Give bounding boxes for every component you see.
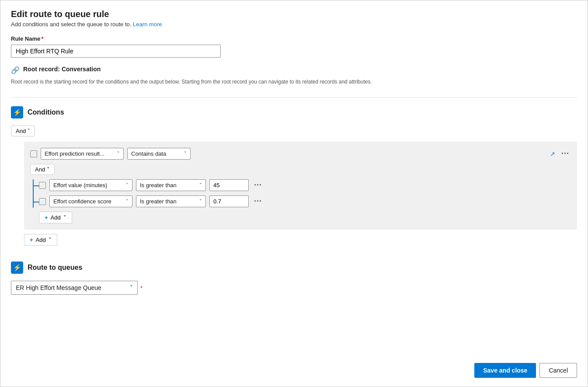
op-select-greater-than-1-chevron-icon: ˅ [199,182,202,188]
queue-select-label: ER High Effort Message Queue [16,284,101,291]
outer-add-chevron-icon: ˅ [49,237,52,243]
value-input-1[interactable] [209,179,249,191]
page-wrapper: Edit route to queue rule Add conditions … [0,0,588,387]
op-select-greater-than-1-label: Is greater than [140,182,177,188]
inner-and-chevron-icon: ˅ [47,166,50,173]
inner-add-chevron-icon: ˅ [63,214,66,221]
inner-conditions: Effort value (minutes) ˅ Is greater than… [39,179,571,223]
value-input-2[interactable] [209,195,249,207]
save-close-button[interactable]: Save and close [474,363,536,378]
field-select-effort-confidence-chevron-icon: ˅ [126,199,129,204]
outer-add-row: + Add ˅ [24,234,577,246]
route-queues-section: ⚡ Route to queues ER High Effort Message… [11,261,577,295]
outer-add-label: Add [36,237,46,243]
expand-button[interactable]: ↗ [548,150,557,158]
condition-checkbox-top[interactable] [30,150,37,157]
top-row-actions: ↗ ··· [548,148,571,159]
inner-and-badge[interactable]: And ˅ [30,164,55,175]
route-queues-icon-box: ⚡ [11,261,23,274]
field-select-effort-confidence[interactable]: Effort confidence score ˅ [49,195,132,207]
more-options-icon-top: ··· [561,149,569,158]
route-queues-header: ⚡ Route to queues [11,261,577,274]
field-select-effort-value[interactable]: Effort value (minutes) ˅ [49,179,132,191]
inner-and-label: And [35,166,45,173]
condition-checkbox-2[interactable] [39,198,46,205]
field-select-effort-value-chevron-icon: ˅ [126,182,129,188]
inner-add-plus-icon: + [45,214,48,221]
learn-more-link[interactable]: Learn more [133,21,162,28]
field-select-effort-prediction-label: Effort prediction result... [45,150,104,157]
route-queues-icon: ⚡ [13,264,21,272]
field-select-effort-confidence-label: Effort confidence score [53,198,111,205]
conditions-icon-box: ⚡ [11,106,23,119]
condition-group: Effort prediction result... ˅ Contains d… [24,142,577,230]
root-record-icon: 🔗 [11,66,20,74]
field-select-chevron-icon: ˅ [117,151,120,157]
rule-name-label-text: Rule Name [11,35,40,42]
more-options-button-top[interactable]: ··· [560,148,571,159]
outer-and-badge[interactable]: And ˅ [11,126,35,136]
required-star: * [41,35,43,42]
op-select-greater-than-2-chevron-icon: ˅ [199,199,202,204]
root-record-label: Root record: Conversation [23,66,101,73]
more-options-button-1[interactable]: ··· [252,180,264,191]
condition-checkbox-1[interactable] [39,182,46,189]
op-select-contains-data-label: Contains data [131,150,166,157]
footer-actions: Save and close Cancel [474,363,577,378]
conditions-title: Conditions [28,108,64,116]
subtitle-text: Add conditions and select the queue to r… [11,21,131,28]
queue-required-star: * [140,285,143,291]
conditions-area: And ˅ Effort prediction result... ˅ Cont… [11,126,577,246]
conditions-section-header: ⚡ Conditions [11,106,577,119]
outer-and-chevron-icon: ˅ [28,128,30,134]
rule-name-input[interactable] [11,45,221,58]
op-select-greater-than-2[interactable]: Is greater than ˅ [136,195,206,207]
outer-and-label: And [16,128,26,134]
queue-select-wrapper: ER High Effort Message Queue ˅ * [11,281,577,295]
page-subtitle: Add conditions and select the queue to r… [11,21,577,28]
root-record-section: 🔗 Root record: Conversation [11,66,577,74]
cancel-button[interactable]: Cancel [539,363,577,378]
op-select-greater-than-1[interactable]: Is greater than ˅ [136,179,206,191]
op-select-contains-data[interactable]: Contains data ˅ [127,148,191,160]
field-select-effort-value-label: Effort value (minutes) [53,182,107,188]
route-queues-title: Route to queues [28,264,82,272]
condition-top-row: Effort prediction result... ˅ Contains d… [30,148,571,160]
page-title: Edit route to queue rule [11,9,577,19]
rule-name-label: Rule Name* [11,35,577,42]
op-select-greater-than-2-label: Is greater than [140,198,177,205]
root-record-desc: Root record is the starting record for t… [11,79,577,85]
more-options-icon-1: ··· [254,181,262,190]
inner-condition-row-2: Effort confidence score ˅ Is greater tha… [39,195,571,207]
divider [11,97,577,98]
inner-add-label: Add [51,214,61,221]
op-select-chevron-icon: ˅ [184,151,187,157]
queue-select[interactable]: ER High Effort Message Queue ˅ [11,281,138,295]
queue-select-chevron-icon: ˅ [130,284,133,291]
inner-condition-row-1: Effort value (minutes) ˅ Is greater than… [39,179,571,191]
outer-add-plus-icon: + [30,237,33,243]
more-options-button-2[interactable]: ··· [252,196,264,207]
more-options-icon-2: ··· [254,197,262,206]
conditions-icon: ⚡ [13,108,21,116]
inner-add-button[interactable]: + Add ˅ [39,212,72,223]
field-select-effort-prediction[interactable]: Effort prediction result... ˅ [41,148,124,160]
outer-add-button[interactable]: + Add ˅ [24,234,57,246]
